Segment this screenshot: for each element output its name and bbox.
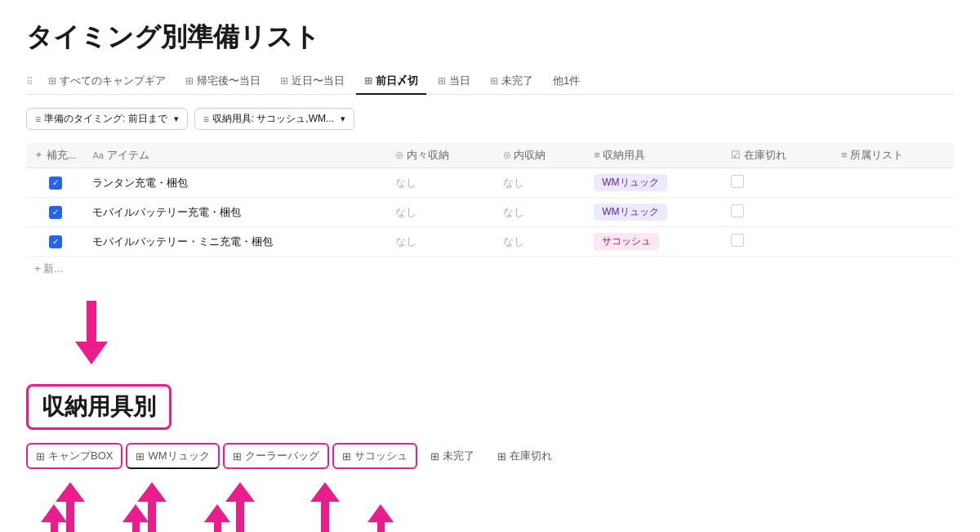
tab-day-before[interactable]: ⊞ 前日〆切 — [356, 69, 426, 95]
list-val — [833, 198, 954, 227]
inner-inner-val: なし — [387, 168, 495, 198]
col-storage: ≡ 収納用具 — [586, 143, 723, 168]
filters-row: ≡ 準備のタイミング: 前日まで ▾ ≡ 収納用具: サコッシュ,WM... ▾ — [26, 108, 954, 130]
col-replenish: ✦ 補充... — [26, 143, 84, 168]
table-icon: ⊞ — [430, 450, 439, 463]
checkbox-cell[interactable]: ✓ — [26, 198, 84, 227]
table-row: ✓ ランタン充電・梱包 なし なし WMリュック — [26, 168, 954, 198]
tabs-bar: ⠿ ⊞ すべてのキャンプギア ⊞ 帰宅後〜当日 ⊞ 近日〜当日 ⊞ 前日〆切 ⊞… — [26, 69, 954, 95]
page-title: タイミング別準備リスト — [26, 20, 954, 56]
checkbox-checked[interactable]: ✓ — [49, 235, 62, 248]
inner-val: なし — [495, 168, 586, 198]
arrow-up-campbox — [56, 482, 85, 532]
item-name: モバイルバッテリー・ミニ充電・梱包 — [84, 227, 387, 257]
checkbox-checked[interactable]: ✓ — [49, 177, 62, 190]
storage-val: WMリュック — [586, 168, 723, 198]
replenish-icon: ✦ — [34, 149, 43, 161]
add-row-button[interactable]: + 新... — [26, 257, 954, 281]
tab2-incomplete[interactable]: ⊞ 未完了 — [421, 443, 484, 469]
checkbox-cell[interactable]: ✓ — [26, 168, 84, 198]
tab2-wm-rucksack[interactable]: ⊞ WMリュック — [126, 443, 219, 469]
filter-storage[interactable]: ≡ 収納用具: サコッシュ,WM... ▾ — [194, 108, 354, 130]
tab2-sacoche[interactable]: ⊞ サコッシュ — [332, 443, 417, 469]
tabs-bar2: ⊞ キャンプBOX ⊞ WMリュック ⊞ クーラーバッグ ⊞ サコッシュ ⊞ 未… — [26, 443, 954, 469]
tab-recent[interactable]: ⊞ 近日〜当日 — [272, 69, 353, 95]
col-inner-inner: ⊙ 内々収納 — [387, 143, 495, 168]
col-inner: ⊙ 内収納 — [495, 143, 586, 168]
out-of-stock-val[interactable] — [723, 227, 833, 257]
table-icon: ⊞ — [136, 450, 145, 463]
arrow-up-coolerbag — [225, 482, 255, 532]
filter-timing[interactable]: ≡ 準備のタイミング: 前日まで ▾ — [26, 108, 188, 130]
out-of-stock-val[interactable] — [723, 168, 833, 198]
inner-inner-val: なし — [387, 227, 495, 257]
col-out-of-stock: ☑ 在庫切れ — [723, 143, 833, 168]
inner-val: なし — [495, 198, 586, 227]
storage-val: サコッシュ — [586, 227, 723, 257]
arrow-up-wmrucksack — [137, 482, 167, 532]
col-item: Aa アイテム — [84, 143, 387, 168]
item-name: ランタン充電・梱包 — [84, 168, 387, 198]
table1: ✦ 補充... Aa アイテム ⊙ 内々収納 ⊙ 内収納 — [26, 143, 954, 281]
list-val — [833, 168, 954, 198]
tab2-cooler-bag[interactable]: ⊞ クーラーバッグ — [223, 443, 329, 469]
arrow-up-sacoche — [310, 482, 340, 532]
tab-incomplete[interactable]: ⊞ 未完了 — [482, 69, 541, 95]
chevron-down-icon: ▾ — [174, 114, 179, 124]
filter-icon-storage: ≡ — [203, 114, 209, 125]
chevron-down-icon-2: ▾ — [341, 114, 345, 124]
tab-after-return[interactable]: ⊞ 帰宅後〜当日 — [177, 69, 269, 95]
table-icon: ⊞ — [342, 450, 351, 463]
section2-title: 収納用具別 — [26, 384, 172, 430]
inner-inner-val: なし — [387, 198, 495, 227]
tab-same-day[interactable]: ⊞ 当日 — [430, 69, 479, 95]
tab2-out-of-stock[interactable]: ⊞ 在庫切れ — [488, 443, 562, 469]
filter-icon-timing: ≡ — [35, 114, 41, 125]
tab2-camp-box[interactable]: ⊞ キャンプBOX — [26, 443, 122, 469]
table-icon: ⊞ — [36, 450, 45, 463]
table-icon: ⊞ — [497, 450, 506, 463]
out-of-stock-val[interactable] — [723, 198, 833, 227]
arrow-down-indicator — [75, 301, 108, 364]
table-row: ✓ モバイルバッテリー充電・梱包 なし なし WMリュック — [26, 198, 954, 227]
checkbox-checked[interactable]: ✓ — [49, 206, 62, 219]
tab-all-gear[interactable]: ⊞ すべてのキャンプギア — [40, 69, 174, 95]
storage-val: WMリュック — [586, 198, 723, 227]
table-icon: ⊞ — [233, 450, 242, 463]
col-list: ≡ 所属リスト — [833, 143, 954, 168]
table-row: ✓ モバイルバッテリー・ミニ充電・梱包 なし なし サコッシュ — [26, 227, 954, 257]
tab-others[interactable]: 他1件 — [545, 69, 588, 95]
checkbox-cell[interactable]: ✓ — [26, 227, 84, 257]
inner-val: なし — [495, 227, 586, 257]
grid-dots-icon: ⠿ — [26, 76, 33, 87]
item-name: モバイルバッテリー充電・梱包 — [84, 198, 387, 227]
arrow-indicators-row — [26, 482, 954, 532]
list-val — [833, 227, 954, 257]
